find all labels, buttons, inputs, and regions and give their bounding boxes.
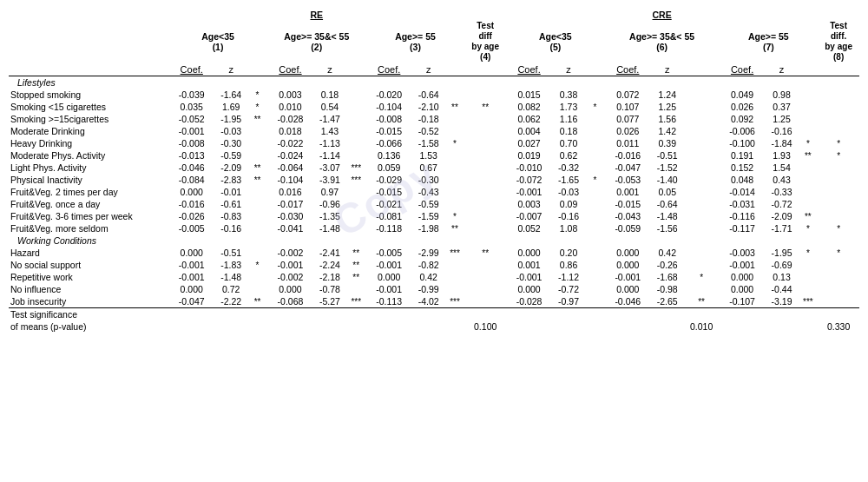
- sig3-cell: ***: [445, 295, 465, 308]
- coef6-cell: 0.000: [605, 283, 651, 295]
- sig3-cell: [445, 198, 465, 210]
- z1-cell: -1.83: [214, 259, 247, 271]
- row-label: Repetitive work: [9, 271, 168, 283]
- sig3-cell: ***: [445, 247, 465, 259]
- row-label: Hazard: [9, 247, 168, 259]
- table-row: Heavy Drinking-0.008-0.30-0.022-1.13-0.0…: [9, 137, 859, 149]
- table-row: Fruit&Veg. once a day-0.016-0.61-0.017-0…: [9, 198, 859, 210]
- fn-empty11: [552, 320, 585, 333]
- test4-cell: [464, 89, 506, 101]
- table-row: Smoking <15 cigarettes0.0351.69*0.0100.5…: [9, 101, 859, 113]
- sig6-cell: [684, 259, 720, 271]
- sig2-header: [346, 63, 366, 76]
- coef6-cell: 0.026: [605, 125, 651, 137]
- z6-cell: -0.51: [651, 149, 684, 162]
- sig7-cell: [798, 186, 818, 198]
- test8-header: [818, 63, 859, 76]
- sig2-cell: [346, 210, 366, 222]
- z3-cell: -0.30: [412, 174, 445, 186]
- sig2-cell: **: [346, 271, 366, 283]
- sig3-cell: [445, 174, 465, 186]
- z5-cell: -0.97: [552, 295, 585, 308]
- z1-cell: -0.01: [214, 186, 247, 198]
- sig5-cell: [585, 259, 605, 271]
- coef6-cell: -0.059: [605, 222, 651, 234]
- test8-cell: [818, 271, 859, 283]
- sig1-cell: [247, 149, 267, 162]
- z7-cell: 0.98: [766, 89, 799, 101]
- sig7-cell: [798, 89, 818, 101]
- coef3-cell: -0.104: [366, 101, 412, 113]
- z5-cell: 0.18: [552, 125, 585, 137]
- test4-cell: [464, 174, 506, 186]
- sig1-cell: **: [247, 162, 267, 174]
- sig7-cell: [798, 271, 818, 283]
- sig1-cell: [247, 210, 267, 222]
- sig7-cell: *: [798, 137, 818, 149]
- sig2-cell: ***: [346, 162, 366, 174]
- coef3-cell: -0.113: [366, 295, 412, 308]
- sig3-cell: [445, 162, 465, 174]
- main-content: RE CRE Age<35(1) Age>= 35&< 55(2) Age>= …: [0, 0, 868, 340]
- z3-cell: -0.18: [412, 113, 445, 125]
- coef3-cell: -0.021: [366, 198, 412, 210]
- coef7-cell: -0.014: [720, 186, 766, 198]
- coef5-cell: 0.000: [506, 247, 552, 259]
- z1-cell: -1.95: [214, 113, 247, 125]
- sig3-cell: [445, 89, 465, 101]
- z1-cell: -1.48: [214, 271, 247, 283]
- z1-cell: -2.09: [214, 162, 247, 174]
- z3-cell: -1.59: [412, 210, 445, 222]
- z3-cell: -0.64: [412, 89, 445, 101]
- row-label: No social support: [9, 259, 168, 271]
- z7-header: z: [766, 63, 799, 76]
- coef1-cell: -0.005: [168, 222, 214, 234]
- z5-cell: 0.38: [552, 89, 585, 101]
- sig1-cell: [247, 137, 267, 149]
- coef7-cell: 0.191: [720, 149, 766, 162]
- sig5-cell: *: [585, 101, 605, 113]
- table-row: No social support-0.001-1.83*-0.001-2.24…: [9, 259, 859, 271]
- sep1: [464, 9, 506, 20]
- re-group-label: RE: [168, 9, 464, 20]
- row-label: Physical Inactivity: [9, 174, 168, 186]
- coef3-cell: -0.118: [366, 222, 412, 234]
- sig7-cell: ***: [798, 295, 818, 308]
- coef1-header: Coef.: [168, 63, 214, 76]
- table-row: Repetitive work-0.001-1.48-0.002-2.18**0…: [9, 271, 859, 283]
- sig1-cell: **: [247, 113, 267, 125]
- coef5-cell: 0.001: [506, 259, 552, 271]
- test4-cell: [464, 295, 506, 308]
- z3-header: z: [412, 63, 445, 76]
- z5-cell: -1.65: [552, 174, 585, 186]
- sig5-cell: [585, 295, 605, 308]
- table-row: Fruit&Veg. 2 times per day0.000-0.010.01…: [9, 186, 859, 198]
- sig2-cell: **: [346, 259, 366, 271]
- coef3-cell: -0.020: [366, 89, 412, 101]
- coef1-cell: 0.000: [168, 186, 214, 198]
- coef7-cell: -0.031: [720, 198, 766, 210]
- z2-cell: -2.24: [313, 259, 346, 271]
- sig7-cell: [798, 259, 818, 271]
- coef5-cell: 0.019: [506, 149, 552, 162]
- coef6-cell: 0.000: [605, 259, 651, 271]
- table-row: Working Conditions: [9, 234, 859, 247]
- table-row: Smoking >=15cigarettes-0.052-1.95**-0.02…: [9, 113, 859, 125]
- row-label: Job insecurity: [9, 295, 168, 308]
- z1-cell: 0.72: [214, 283, 247, 295]
- coef5-cell: -0.007: [506, 210, 552, 222]
- test4-cell: [464, 137, 506, 149]
- sig5-cell: [585, 271, 605, 283]
- coef5-cell: 0.052: [506, 222, 552, 234]
- coef1-cell: -0.046: [168, 162, 214, 174]
- table-row: Light Phys. Activity-0.046-2.09**-0.064-…: [9, 162, 859, 174]
- z3-cell: -1.98: [412, 222, 445, 234]
- table-row: Moderate Drinking-0.001-0.030.0181.43-0.…: [9, 125, 859, 137]
- z2-cell: 0.18: [313, 89, 346, 101]
- z2-cell: -2.41: [313, 247, 346, 259]
- coef7-cell: 0.000: [720, 283, 766, 295]
- z6-cell: -2.65: [651, 295, 684, 308]
- coef6-cell: 0.000: [605, 247, 651, 259]
- test4-cell: [464, 222, 506, 234]
- coef3-cell: -0.081: [366, 210, 412, 222]
